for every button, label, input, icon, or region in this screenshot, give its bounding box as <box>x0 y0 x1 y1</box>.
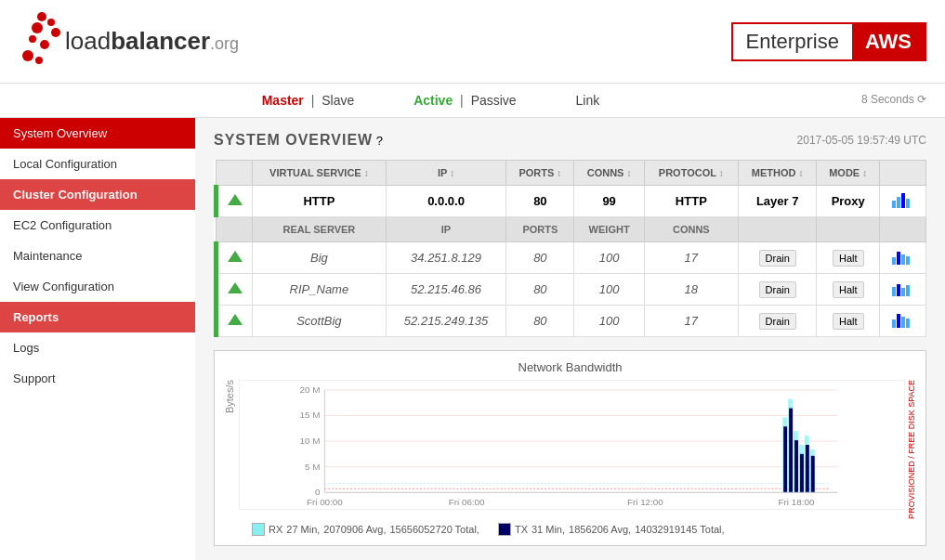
rs-row-1-indicator <box>217 274 253 306</box>
up-arrow-rs-1[interactable] <box>228 282 243 293</box>
svg-rect-9 <box>897 197 900 208</box>
vs-chart-svg <box>892 191 912 208</box>
nav-link: Link <box>576 93 600 108</box>
rs-1-ip: 52.215.46.86 <box>386 274 505 306</box>
legend-tx-color <box>498 523 511 536</box>
th-method: Method ↕ <box>738 161 817 186</box>
sidebar-item-ec2-config[interactable]: EC2 Configuration <box>0 210 195 241</box>
vs-mode: Proxy <box>817 186 880 217</box>
rs-row-0-indicator <box>217 242 253 274</box>
sidebar-item-logs[interactable]: Logs <box>0 332 195 363</box>
enterprise-badge: Enterprise AWS <box>731 22 926 61</box>
rs-2-drain[interactable]: Drain <box>738 306 817 337</box>
help-icon[interactable]: ? <box>376 134 383 148</box>
th-chart <box>879 161 925 186</box>
chart-container: Network Bandwidth Bytes/s 20 M 15 M 10 <box>214 350 926 546</box>
header: loadbalancer.org Enterprise AWS <box>0 0 945 84</box>
svg-rect-14 <box>901 254 905 265</box>
logo-svg <box>19 9 65 74</box>
legend-tx: TX 31 Min, 1856206 Avg, 14032919145 Tota… <box>498 523 725 536</box>
sidebar-item-system-overview[interactable]: System Overview <box>0 118 195 149</box>
rs-1-drain[interactable]: Drain <box>738 274 817 306</box>
rs-2-conns: 17 <box>644 306 738 337</box>
svg-text:10 M: 10 M <box>300 436 321 446</box>
enterprise-label: Enterprise <box>733 24 852 59</box>
sidebar-item-view-config[interactable]: View Configuration <box>0 271 195 302</box>
svg-point-6 <box>22 50 33 61</box>
rs-2-ip: 52.215.249.135 <box>386 306 505 337</box>
drain-button-2[interactable]: Drain <box>759 313 796 330</box>
rs-0-name: Big <box>253 242 387 274</box>
legend-rx-avg: 2070906 Avg, <box>323 524 386 535</box>
rs-1-chart[interactable] <box>879 274 925 306</box>
page-title: System Overview ? <box>214 132 383 149</box>
sidebar-item-local-config[interactable]: Local Configuration <box>0 149 195 179</box>
halt-button-0[interactable]: Halt <box>833 250 864 267</box>
svg-point-0 <box>37 12 46 21</box>
rs-2-weight: 100 <box>574 306 644 337</box>
nav-active-label: Active <box>413 93 453 108</box>
rs-1-name: RIP_Name <box>253 274 387 306</box>
sidebar-item-reports[interactable]: Reports <box>0 302 195 332</box>
rs-2-chart-svg <box>892 311 912 328</box>
legend-tx-total: 14032919145 Total, <box>635 524 724 535</box>
svg-rect-13 <box>897 252 900 265</box>
rs-0-ip: 34.251.8.129 <box>386 242 505 274</box>
rs-2-chart[interactable] <box>879 306 925 337</box>
svg-rect-11 <box>906 199 910 208</box>
drain-button-1[interactable]: Drain <box>759 281 796 298</box>
th-ports: Ports ↕ <box>506 161 574 186</box>
svg-text:20 M: 20 M <box>300 384 321 395</box>
rs-th-conns: Conns <box>644 217 738 242</box>
halt-button-1[interactable]: Halt <box>833 281 864 298</box>
svg-rect-20 <box>892 319 896 328</box>
rs-2-name: ScottBig <box>253 306 387 337</box>
svg-text:Fri 06:00: Fri 06:00 <box>449 497 485 507</box>
rs-0-chart[interactable] <box>879 242 925 274</box>
vs-row: HTTP 0.0.0.0 80 99 HTTP Layer 7 Proxy <box>217 186 926 217</box>
svg-point-4 <box>29 35 36 43</box>
rs-th-chart <box>879 217 925 242</box>
halt-button-2[interactable]: Halt <box>833 313 864 330</box>
refresh-icon[interactable]: ⟳ <box>917 93 926 106</box>
rs-0-conns: 17 <box>644 242 738 274</box>
chart-svg-wrap: 20 M 15 M 10 M 5 M 0 <box>239 380 905 513</box>
th-indicator <box>217 161 253 186</box>
chart-y-label: Bytes/s <box>224 380 235 413</box>
rs-th-weight: Weight <box>574 217 644 242</box>
page-header: System Overview ? 2017-05-05 19:57:49 UT… <box>214 132 926 149</box>
legend-tx-label: TX <box>515 524 528 535</box>
sidebar-item-maintenance[interactable]: Maintenance <box>0 241 195 271</box>
rs-th-name: Real Server <box>253 217 387 242</box>
rs-0-drain[interactable]: Drain <box>738 242 817 274</box>
legend-rx-min: 27 Min, <box>286 524 320 535</box>
svg-rect-17 <box>897 284 900 296</box>
th-conns: Conns ↕ <box>574 161 644 186</box>
rs-0-chart-svg <box>892 248 912 265</box>
rs-row-0: Big 34.251.8.129 80 100 17 Drain Halt <box>217 242 926 274</box>
up-arrow-vs[interactable] <box>228 194 243 205</box>
nav-slave-label: Slave <box>322 93 354 108</box>
nav-master-link[interactable]: Master <box>262 93 304 108</box>
rs-2-ports: 80 <box>506 306 574 337</box>
chart-area: Bytes/s 20 M 15 M 10 M 5 M 0 <box>224 380 916 519</box>
sidebar-item-support[interactable]: Support <box>0 363 195 394</box>
up-arrow-rs-2[interactable] <box>228 314 243 325</box>
rs-1-conns: 18 <box>644 274 738 306</box>
vs-header-row: Virtual Service ↕ IP ↕ Ports ↕ Conns ↕ P… <box>217 161 926 186</box>
aws-label: AWS <box>852 24 925 59</box>
up-arrow-rs-0[interactable] <box>228 251 243 262</box>
nav-refresh-label: 8 Seconds ⟳ <box>861 93 926 106</box>
rs-row-2: ScottBig 52.215.249.135 80 100 17 Drain … <box>217 306 926 337</box>
drain-button-0[interactable]: Drain <box>759 250 796 267</box>
svg-rect-12 <box>892 257 896 265</box>
rs-2-halt[interactable]: Halt <box>817 306 880 337</box>
svg-text:Fri 18:00: Fri 18:00 <box>779 497 815 507</box>
vs-chart-icon[interactable] <box>879 186 925 217</box>
rs-1-halt[interactable]: Halt <box>817 274 880 306</box>
svg-rect-45 <box>800 454 804 492</box>
vs-table: Virtual Service ↕ IP ↕ Ports ↕ Conns ↕ P… <box>214 160 926 337</box>
svg-rect-19 <box>906 285 910 296</box>
sidebar-item-cluster-config[interactable]: Cluster Configuration <box>0 179 195 210</box>
rs-0-halt[interactable]: Halt <box>817 242 880 274</box>
